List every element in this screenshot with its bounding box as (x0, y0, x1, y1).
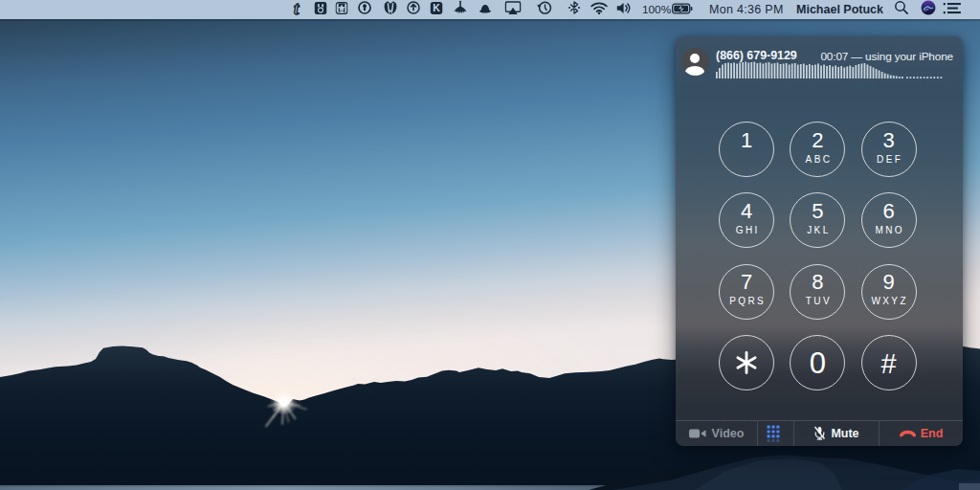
svg-text:K: K (434, 2, 441, 13)
